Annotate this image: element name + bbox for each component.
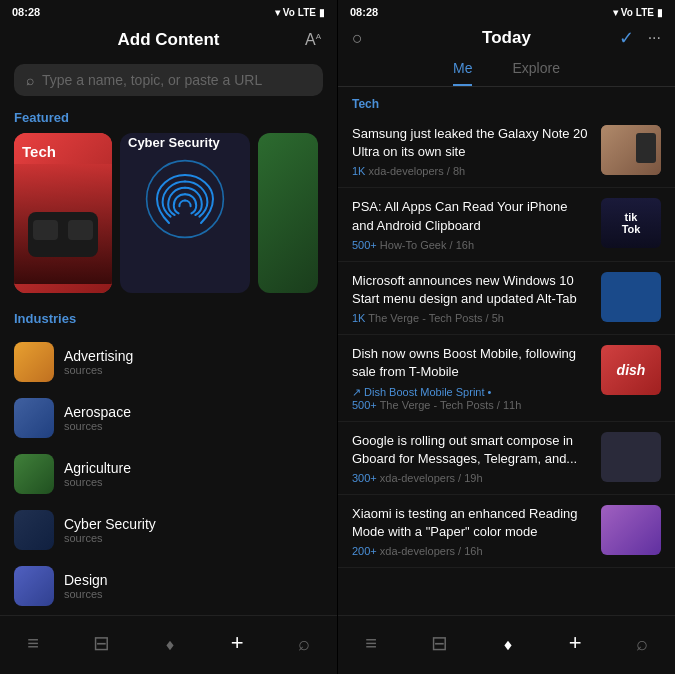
search-bar[interactable]: ⌕ Type a name, topic, or paste a URL: [14, 64, 323, 96]
news-title-dish: Dish now owns Boost Mobile, following sa…: [352, 345, 591, 381]
right-header: ○ Today ✓ ···: [338, 22, 675, 50]
news-item-xiaomi[interactable]: Xiaomi is testing an enhanced Reading Mo…: [338, 495, 675, 568]
featured-row: Tech Cyber Security: [0, 133, 337, 293]
news-title-microsoft: Microsoft announces new Windows 10 Start…: [352, 272, 591, 308]
windows-screen-image: [601, 272, 661, 322]
news-meta-microsoft: 1K The Verge - Tech Posts / 5h: [352, 312, 591, 324]
industry-item-cybersecurity[interactable]: Cyber Security sources: [0, 502, 337, 558]
news-item-google[interactable]: Google is rolling out smart compose in G…: [338, 422, 675, 495]
design-sources: sources: [64, 588, 108, 600]
news-item-microsoft[interactable]: Microsoft announces new Windows 10 Start…: [338, 262, 675, 335]
right-battery-icon: ▮: [657, 7, 663, 18]
lte-icon: LTE: [298, 7, 316, 18]
cybersecurity-sources: sources: [64, 532, 156, 544]
right-nav-search[interactable]: ⌕: [624, 628, 660, 659]
cyber-card-label: Cyber Security: [120, 133, 228, 154]
featured-label: Featured: [0, 106, 337, 133]
gboard-screen-image: [601, 432, 661, 482]
search-icon: ⌕: [26, 72, 34, 88]
count-xiaomi: 200+: [352, 545, 377, 557]
aerospace-name: Aerospace: [64, 404, 131, 420]
left-nav-add[interactable]: +: [219, 626, 256, 660]
left-nav-bookmark[interactable]: ⊟: [81, 627, 122, 659]
news-list: Samsung just leaked the Galaxy Note 20 U…: [338, 115, 675, 615]
confirm-icon[interactable]: ✓: [619, 27, 634, 49]
industry-item-advertising[interactable]: Advertising sources: [0, 334, 337, 390]
news-content-psa: PSA: All Apps Can Read Your iPhone and A…: [352, 198, 591, 250]
xiaomi-screen-image: [601, 505, 661, 555]
featured-card-cyber[interactable]: Cyber Security: [120, 133, 250, 293]
left-nav-feed[interactable]: ⬧: [152, 628, 188, 659]
right-header-title: Today: [482, 28, 531, 48]
time-microsoft: 5h: [492, 312, 504, 324]
agriculture-thumb: [14, 454, 54, 494]
fingerprint-container: [120, 151, 250, 247]
industry-item-agriculture[interactable]: Agriculture sources: [0, 446, 337, 502]
source-psa: How-To Geek /: [380, 239, 456, 251]
trending-dish: ↗ Dish Boost Mobile Sprint •: [352, 386, 491, 398]
tabs: Me Explore: [338, 50, 675, 87]
right-nav-menu[interactable]: ≡: [353, 628, 389, 659]
news-item-dish[interactable]: Dish now owns Boost Mobile, following sa…: [338, 335, 675, 421]
agriculture-name: Agriculture: [64, 460, 131, 476]
left-panel: 08:28 ▾ Vo LTE ▮ Add Content AA ⌕ Type a…: [0, 0, 337, 674]
tech-card-label: Tech: [14, 133, 112, 164]
count-dish: 500+: [352, 399, 377, 411]
left-nav-menu[interactable]: ≡: [15, 628, 51, 659]
thumb-gboard: [601, 432, 661, 482]
industry-item-design[interactable]: Design sources: [0, 558, 337, 614]
source-microsoft: The Verge - Tech Posts /: [368, 312, 491, 324]
featured-card-partial[interactable]: [258, 133, 318, 293]
design-name: Design: [64, 572, 108, 588]
news-content-samsung: Samsung just leaked the Galaxy Note 20 U…: [352, 125, 591, 177]
news-item-samsung[interactable]: Samsung just leaked the Galaxy Note 20 U…: [338, 115, 675, 188]
right-wifi-icon: ▾: [613, 7, 618, 18]
right-signal-icon: Vo: [621, 7, 633, 18]
advertising-info: Advertising sources: [64, 348, 133, 376]
featured-card-tech[interactable]: Tech: [14, 133, 112, 293]
news-meta-google: 300+ xda-developers / 19h: [352, 472, 591, 484]
time-samsung: 8h: [453, 165, 465, 177]
fingerprint-icon: [145, 159, 225, 239]
more-icon[interactable]: ···: [648, 29, 661, 47]
source-dish: The Verge - Tech Posts /: [380, 399, 503, 411]
news-content-microsoft: Microsoft announces new Windows 10 Start…: [352, 272, 591, 324]
news-meta-xiaomi: 200+ xda-developers / 16h: [352, 545, 591, 557]
news-item-psa[interactable]: PSA: All Apps Can Read Your iPhone and A…: [338, 188, 675, 261]
count-samsung: 1K: [352, 165, 365, 177]
news-title-psa: PSA: All Apps Can Read Your iPhone and A…: [352, 198, 591, 234]
back-circle-icon[interactable]: ○: [352, 28, 363, 49]
right-nav-feed[interactable]: ⬧: [490, 628, 526, 659]
right-status-bar: 08:28 ▾ Vo LTE ▮: [338, 0, 675, 22]
news-content-xiaomi: Xiaomi is testing an enhanced Reading Mo…: [352, 505, 591, 557]
thumb-windows: [601, 272, 661, 322]
svg-point-0: [147, 161, 224, 238]
right-nav-add[interactable]: +: [557, 626, 594, 660]
design-thumb: [14, 566, 54, 606]
industry-item-aerospace[interactable]: Aerospace sources: [0, 390, 337, 446]
industries-label: Industries: [0, 307, 337, 334]
source-google: xda-developers /: [380, 472, 464, 484]
source-xiaomi: xda-developers /: [380, 545, 464, 557]
tab-me[interactable]: Me: [453, 56, 472, 86]
aerospace-sources: sources: [64, 420, 131, 432]
right-nav-bookmark[interactable]: ⊟: [419, 627, 460, 659]
count-google: 300+: [352, 472, 377, 484]
search-placeholder: Type a name, topic, or paste a URL: [42, 72, 262, 88]
thumb-dish: dish: [601, 345, 661, 395]
thumb-tiktok: tik Tok: [601, 198, 661, 248]
count-psa: 500+: [352, 239, 377, 251]
translate-icon[interactable]: AA: [305, 31, 321, 49]
right-bottom-nav: ≡ ⊟ ⬧ + ⌕: [338, 615, 675, 674]
industry-list: Advertising sources Aerospace sources Ag…: [0, 334, 337, 615]
right-header-icons: ✓ ···: [619, 27, 661, 49]
tech-section-tag: Tech: [338, 87, 675, 115]
right-status-icons: ▾ Vo LTE ▮: [613, 7, 663, 18]
count-microsoft: 1K: [352, 312, 365, 324]
left-nav-search[interactable]: ⌕: [286, 628, 322, 659]
tab-explore[interactable]: Explore: [512, 56, 559, 86]
tiktok-logo: tik Tok: [601, 198, 661, 248]
cybersecurity-name: Cyber Security: [64, 516, 156, 532]
left-status-icons: ▾ Vo LTE ▮: [275, 7, 325, 18]
advertising-name: Advertising: [64, 348, 133, 364]
